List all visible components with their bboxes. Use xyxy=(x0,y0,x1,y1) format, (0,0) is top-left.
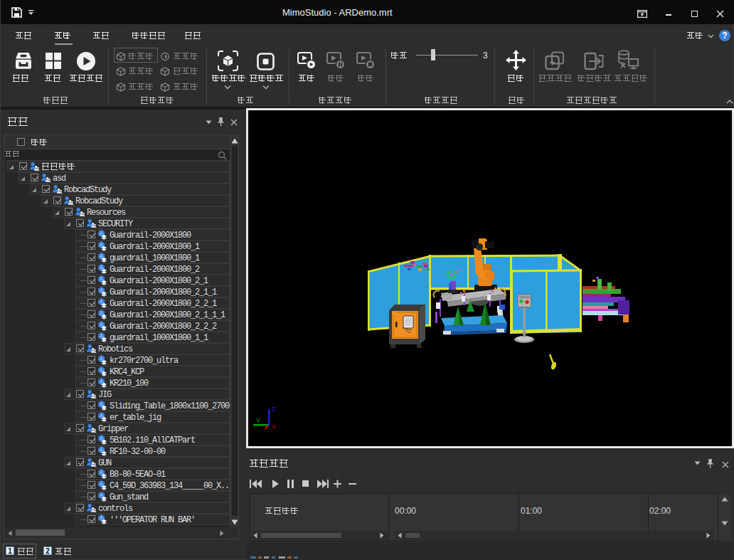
svg-text:X: X xyxy=(272,423,276,430)
svg-text:Y: Y xyxy=(256,417,260,424)
svg-text:Z: Z xyxy=(272,406,276,413)
